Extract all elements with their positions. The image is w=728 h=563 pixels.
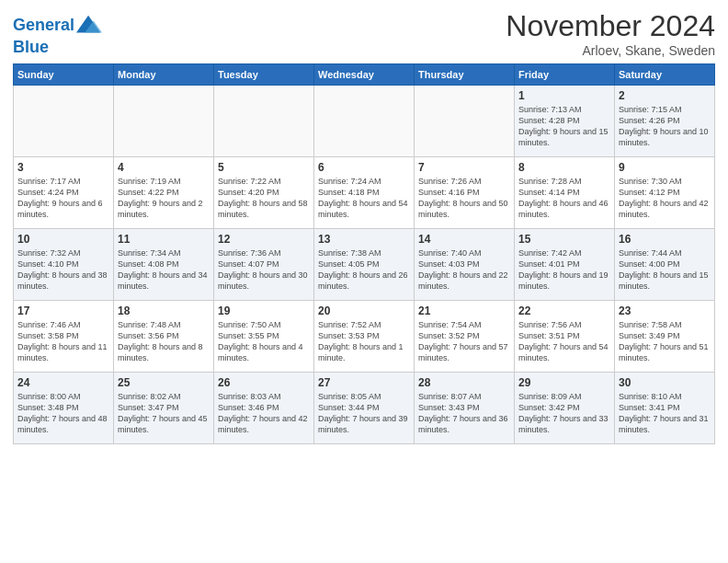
day-info: Sunrise: 7:34 AMSunset: 4:08 PMDaylight:… [118,247,210,293]
header-day-thursday: Thursday [415,64,515,86]
day-cell: 13Sunrise: 7:38 AMSunset: 4:05 PMDayligh… [314,229,415,301]
day-number: 26 [218,376,310,389]
day-cell [314,86,415,157]
header: General Blue November 2024 Arloev, Skane… [13,9,715,58]
day-number: 12 [218,233,310,246]
day-info: Sunrise: 7:28 AMSunset: 4:14 PMDaylight:… [518,176,610,221]
day-cell: 16Sunrise: 7:44 AMSunset: 4:00 PMDayligh… [615,229,715,301]
day-number: 17 [17,304,109,317]
day-cell: 6Sunrise: 7:24 AMSunset: 4:18 PMDaylight… [314,157,415,229]
day-number: 30 [619,376,711,389]
month-title: November 2024 [506,9,715,43]
day-number: 25 [118,376,210,389]
day-info: Sunrise: 7:48 AMSunset: 3:56 PMDaylight:… [118,319,210,364]
title-area: November 2024 Arloev, Skane, Sweden [506,9,715,58]
day-cell: 8Sunrise: 7:28 AMSunset: 4:14 PMDaylight… [515,157,615,229]
day-cell: 7Sunrise: 7:26 AMSunset: 4:16 PMDaylight… [415,157,515,229]
logo-icon [76,13,102,39]
day-number: 2 [619,89,711,102]
day-number: 8 [518,161,610,174]
day-info: Sunrise: 7:36 AMSunset: 4:07 PMDaylight:… [218,247,310,293]
day-info: Sunrise: 7:32 AMSunset: 4:10 PMDaylight:… [17,247,109,293]
day-cell: 30Sunrise: 8:10 AMSunset: 3:41 PMDayligh… [615,373,715,444]
day-number: 1 [518,89,610,102]
day-info: Sunrise: 7:46 AMSunset: 3:58 PMDaylight:… [17,319,109,364]
day-info: Sunrise: 7:38 AMSunset: 4:05 PMDaylight:… [318,247,410,293]
day-number: 7 [418,161,510,174]
calendar-header: SundayMondayTuesdayWednesdayThursdayFrid… [14,64,715,86]
day-number: 5 [218,161,310,174]
week-row-1: 1Sunrise: 7:13 AMSunset: 4:28 PMDaylight… [14,86,715,157]
day-number: 22 [518,304,610,317]
day-number: 13 [318,233,410,246]
day-info: Sunrise: 7:40 AMSunset: 4:03 PMDaylight:… [418,247,510,293]
day-cell [415,86,515,157]
day-info: Sunrise: 7:15 AMSunset: 4:26 PMDaylight:… [619,104,711,149]
day-info: Sunrise: 8:09 AMSunset: 3:42 PMDaylight:… [518,391,610,436]
calendar-container: General Blue November 2024 Arloev, Skane… [0,0,728,563]
logo: General Blue [13,13,102,57]
day-info: Sunrise: 7:58 AMSunset: 3:49 PMDaylight:… [619,319,711,364]
day-number: 14 [418,233,510,246]
day-cell: 21Sunrise: 7:54 AMSunset: 3:52 PMDayligh… [415,301,515,373]
day-info: Sunrise: 7:24 AMSunset: 4:18 PMDaylight:… [318,176,410,221]
day-info: Sunrise: 8:00 AMSunset: 3:48 PMDaylight:… [17,391,109,436]
day-cell [14,86,114,157]
logo-text-blue: Blue [13,39,102,57]
day-number: 27 [318,376,410,389]
day-info: Sunrise: 7:44 AMSunset: 4:00 PMDaylight:… [619,247,711,293]
day-cell: 3Sunrise: 7:17 AMSunset: 4:24 PMDaylight… [14,157,114,229]
day-cell: 24Sunrise: 8:00 AMSunset: 3:48 PMDayligh… [14,373,114,444]
header-row: SundayMondayTuesdayWednesdayThursdayFrid… [14,64,715,86]
day-cell: 2Sunrise: 7:15 AMSunset: 4:26 PMDaylight… [615,86,715,157]
day-info: Sunrise: 7:13 AMSunset: 4:28 PMDaylight:… [518,104,610,149]
day-number: 3 [17,161,109,174]
day-cell: 18Sunrise: 7:48 AMSunset: 3:56 PMDayligh… [114,301,214,373]
day-info: Sunrise: 7:50 AMSunset: 3:55 PMDaylight:… [218,319,310,364]
day-info: Sunrise: 7:22 AMSunset: 4:20 PMDaylight:… [218,176,310,221]
header-day-monday: Monday [114,64,214,86]
day-info: Sunrise: 8:03 AMSunset: 3:46 PMDaylight:… [218,391,310,436]
day-cell: 17Sunrise: 7:46 AMSunset: 3:58 PMDayligh… [14,301,114,373]
day-number: 28 [418,376,510,389]
day-cell: 4Sunrise: 7:19 AMSunset: 4:22 PMDaylight… [114,157,214,229]
day-number: 20 [318,304,410,317]
day-number: 4 [118,161,210,174]
day-cell: 26Sunrise: 8:03 AMSunset: 3:46 PMDayligh… [214,373,314,444]
day-number: 11 [118,233,210,246]
day-cell: 27Sunrise: 8:05 AMSunset: 3:44 PMDayligh… [314,373,415,444]
day-number: 29 [518,376,610,389]
header-day-friday: Friday [515,64,615,86]
day-info: Sunrise: 7:17 AMSunset: 4:24 PMDaylight:… [17,176,109,221]
week-row-3: 10Sunrise: 7:32 AMSunset: 4:10 PMDayligh… [14,229,715,301]
day-cell: 1Sunrise: 7:13 AMSunset: 4:28 PMDaylight… [515,86,615,157]
logo-text: General [13,17,74,35]
day-info: Sunrise: 7:52 AMSunset: 3:53 PMDaylight:… [318,319,410,364]
day-cell: 23Sunrise: 7:58 AMSunset: 3:49 PMDayligh… [615,301,715,373]
day-info: Sunrise: 8:02 AMSunset: 3:47 PMDaylight:… [118,391,210,436]
day-number: 19 [218,304,310,317]
day-cell: 12Sunrise: 7:36 AMSunset: 4:07 PMDayligh… [214,229,314,301]
day-cell: 10Sunrise: 7:32 AMSunset: 4:10 PMDayligh… [14,229,114,301]
calendar-body: 1Sunrise: 7:13 AMSunset: 4:28 PMDaylight… [14,86,715,444]
header-day-sunday: Sunday [14,64,114,86]
day-cell: 14Sunrise: 7:40 AMSunset: 4:03 PMDayligh… [415,229,515,301]
day-info: Sunrise: 8:07 AMSunset: 3:43 PMDaylight:… [418,391,510,436]
header-day-tuesday: Tuesday [214,64,314,86]
day-info: Sunrise: 7:30 AMSunset: 4:12 PMDaylight:… [619,176,711,221]
calendar-table: SundayMondayTuesdayWednesdayThursdayFrid… [13,63,715,444]
header-day-saturday: Saturday [615,64,715,86]
day-cell: 22Sunrise: 7:56 AMSunset: 3:51 PMDayligh… [515,301,615,373]
day-number: 21 [418,304,510,317]
day-number: 23 [619,304,711,317]
day-info: Sunrise: 8:05 AMSunset: 3:44 PMDaylight:… [318,391,410,436]
day-cell: 11Sunrise: 7:34 AMSunset: 4:08 PMDayligh… [114,229,214,301]
day-number: 10 [17,233,109,246]
day-cell [114,86,214,157]
day-cell: 28Sunrise: 8:07 AMSunset: 3:43 PMDayligh… [415,373,515,444]
day-number: 16 [619,233,711,246]
day-number: 18 [118,304,210,317]
day-info: Sunrise: 8:10 AMSunset: 3:41 PMDaylight:… [619,391,711,436]
day-cell: 25Sunrise: 8:02 AMSunset: 3:47 PMDayligh… [114,373,214,444]
day-cell: 5Sunrise: 7:22 AMSunset: 4:20 PMDaylight… [214,157,314,229]
